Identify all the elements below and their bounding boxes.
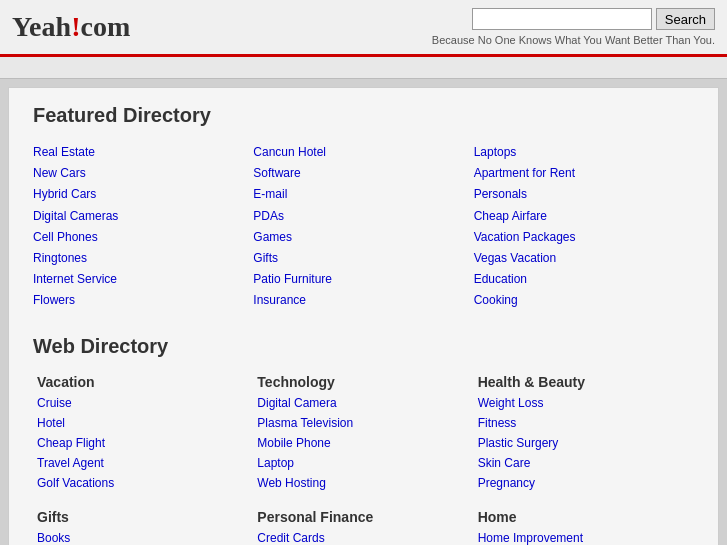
category-health-beauty-title: Health & Beauty	[478, 374, 690, 390]
link-weight-loss[interactable]: Weight Loss	[478, 394, 690, 413]
main-content: Featured Directory Real Estate New Cars …	[8, 87, 719, 545]
category-home-title: Home	[478, 509, 690, 525]
featured-link[interactable]: Ringtones	[33, 249, 253, 268]
featured-link[interactable]: Cell Phones	[33, 228, 253, 247]
link-cruise[interactable]: Cruise	[37, 394, 249, 413]
category-vacation-links: Cruise Hotel Cheap Flight Travel Agent G…	[37, 394, 249, 494]
featured-link[interactable]: E-mail	[253, 185, 473, 204]
category-vacation-title: Vacation	[37, 374, 249, 390]
link-travel-agent[interactable]: Travel Agent	[37, 454, 249, 473]
site-logo: Yeah!com	[12, 11, 130, 43]
featured-link[interactable]: Games	[253, 228, 473, 247]
category-gifts-title: Gifts	[37, 509, 249, 525]
link-digital-camera[interactable]: Digital Camera	[257, 394, 469, 413]
category-personal-finance-title: Personal Finance	[257, 509, 469, 525]
search-button[interactable]: Search	[656, 8, 715, 30]
featured-link[interactable]: Digital Cameras	[33, 207, 253, 226]
featured-col-1: Real Estate New Cars Hybrid Cars Digital…	[33, 143, 253, 311]
search-form: Search	[472, 8, 715, 30]
featured-col-3: Laptops Apartment for Rent Personals Che…	[474, 143, 694, 311]
featured-link[interactable]: Internet Service	[33, 270, 253, 289]
web-directory-section: Web Directory Vacation Cruise Hotel Chea…	[33, 335, 694, 546]
featured-link[interactable]: New Cars	[33, 164, 253, 183]
link-skin-care[interactable]: Skin Care	[478, 454, 690, 473]
featured-link[interactable]: Cancun Hotel	[253, 143, 473, 162]
link-web-hosting[interactable]: Web Hosting	[257, 474, 469, 493]
link-golf-vacations[interactable]: Golf Vacations	[37, 474, 249, 493]
featured-link[interactable]: Cheap Airfare	[474, 207, 694, 226]
link-books[interactable]: Books	[37, 529, 249, 545]
link-fitness[interactable]: Fitness	[478, 414, 690, 433]
featured-link[interactable]: Insurance	[253, 291, 473, 310]
featured-col-2: Cancun Hotel Software E-mail PDAs Games …	[253, 143, 473, 311]
category-home: Home Home Improvement Recipe Family	[474, 509, 694, 545]
featured-link[interactable]: Software	[253, 164, 473, 183]
category-technology-title: Technology	[257, 374, 469, 390]
featured-link[interactable]: Hybrid Cars	[33, 185, 253, 204]
link-laptop[interactable]: Laptop	[257, 454, 469, 473]
header-right: Search Because No One Knows What You Wan…	[432, 8, 715, 46]
category-gifts-links: Books DVD Engagement Ring	[37, 529, 249, 545]
link-cheap-flight[interactable]: Cheap Flight	[37, 434, 249, 453]
featured-link[interactable]: Gifts	[253, 249, 473, 268]
link-hotel[interactable]: Hotel	[37, 414, 249, 433]
category-home-links: Home Improvement Recipe Family	[478, 529, 690, 545]
web-dir-title: Web Directory	[33, 335, 694, 358]
link-credit-cards[interactable]: Credit Cards	[257, 529, 469, 545]
featured-link[interactable]: Vegas Vacation	[474, 249, 694, 268]
featured-title: Featured Directory	[33, 104, 694, 127]
featured-link[interactable]: Patio Furniture	[253, 270, 473, 289]
featured-grid: Real Estate New Cars Hybrid Cars Digital…	[33, 143, 694, 311]
category-health-beauty: Health & Beauty Weight Loss Fitness Plas…	[474, 374, 694, 494]
link-mobile-phone[interactable]: Mobile Phone	[257, 434, 469, 453]
web-dir-grid: Vacation Cruise Hotel Cheap Flight Trave…	[33, 374, 694, 546]
featured-link[interactable]: Apartment for Rent	[474, 164, 694, 183]
category-technology: Technology Digital Camera Plasma Televis…	[253, 374, 473, 494]
tagline: Because No One Knows What You Want Bette…	[432, 34, 715, 46]
category-technology-links: Digital Camera Plasma Television Mobile …	[257, 394, 469, 494]
featured-link[interactable]: Cooking	[474, 291, 694, 310]
header: Yeah!com Search Because No One Knows Wha…	[0, 0, 727, 57]
featured-link[interactable]: Laptops	[474, 143, 694, 162]
featured-link[interactable]: Flowers	[33, 291, 253, 310]
category-personal-finance: Personal Finance Credit Cards Debt Conso…	[253, 509, 473, 545]
link-home-improvement[interactable]: Home Improvement	[478, 529, 690, 545]
link-plasma-tv[interactable]: Plasma Television	[257, 414, 469, 433]
featured-link[interactable]: PDAs	[253, 207, 473, 226]
category-vacation: Vacation Cruise Hotel Cheap Flight Trave…	[33, 374, 253, 494]
link-pregnancy[interactable]: Pregnancy	[478, 474, 690, 493]
category-gifts: Gifts Books DVD Engagement Ring	[33, 509, 253, 545]
category-health-beauty-links: Weight Loss Fitness Plastic Surgery Skin…	[478, 394, 690, 494]
featured-link[interactable]: Personals	[474, 185, 694, 204]
search-input[interactable]	[472, 8, 652, 30]
featured-link[interactable]: Education	[474, 270, 694, 289]
featured-link[interactable]: Vacation Packages	[474, 228, 694, 247]
nav-bar	[0, 57, 727, 79]
link-plastic-surgery[interactable]: Plastic Surgery	[478, 434, 690, 453]
category-personal-finance-links: Credit Cards Debt Consolidation Financia…	[257, 529, 469, 545]
featured-link[interactable]: Real Estate	[33, 143, 253, 162]
